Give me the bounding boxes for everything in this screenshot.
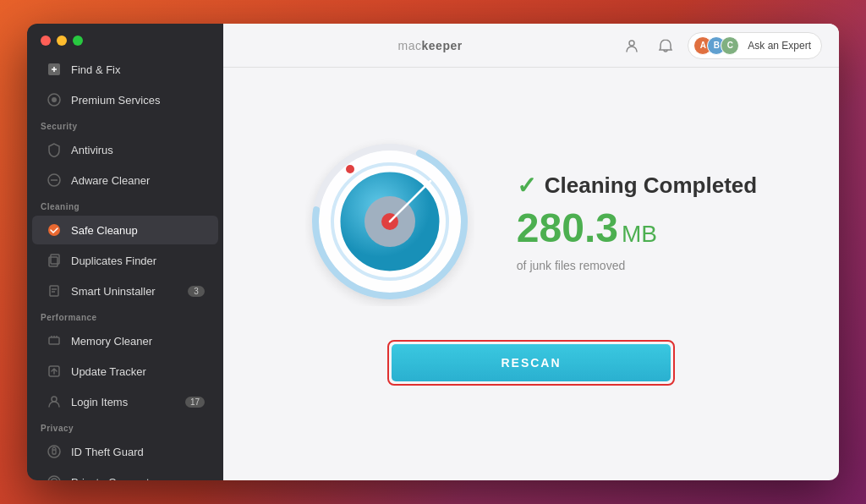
sidebar-item-login-items[interactable]: Login Items 17 xyxy=(32,387,218,416)
id-theft-guard-icon xyxy=(46,443,63,460)
sidebar-item-smart-uninstaller-label: Smart Uninstaller xyxy=(71,285,179,298)
svg-point-22 xyxy=(629,41,634,46)
gauge-container xyxy=(305,137,474,306)
sidebar-item-find-fix-label: Find & Fix xyxy=(71,63,205,76)
antivirus-icon xyxy=(46,141,63,158)
sidebar-item-safe-cleanup-label: Safe Cleanup xyxy=(71,224,205,237)
rescan-button-wrapper: RESCAN xyxy=(387,340,675,386)
sidebar-item-safe-cleanup[interactable]: Safe Cleanup xyxy=(32,216,218,244)
duplicates-icon xyxy=(46,252,63,269)
minimize-button[interactable] xyxy=(57,36,67,46)
size-amount: 280.3 xyxy=(517,208,618,249)
result-area: ✓ Cleaning Completed 280.3 MB of junk fi… xyxy=(305,137,757,306)
topbar: mackeeper A xyxy=(223,24,839,68)
cleaning-section-label: Cleaning xyxy=(27,195,223,215)
topbar-actions: A B C Ask an Expert xyxy=(620,32,822,59)
privacy-section-label: Privacy xyxy=(27,417,223,436)
sidebar-item-update-tracker-label: Update Tracker xyxy=(71,365,205,378)
sidebar-item-login-items-label: Login Items xyxy=(71,396,177,408)
sidebar-item-smart-uninstaller[interactable]: Smart Uninstaller 3 xyxy=(32,277,218,305)
cleaning-completed-row: ✓ Cleaning Completed xyxy=(517,172,757,200)
logo-mac: mac xyxy=(398,39,422,52)
sidebar-item-private-connect-label: Private Connect xyxy=(71,476,205,481)
sidebar-item-update-tracker[interactable]: Update Tracker xyxy=(32,357,218,386)
adware-icon xyxy=(46,172,63,189)
smart-uninstaller-badge: 3 xyxy=(188,286,205,297)
sidebar-item-duplicates-label: Duplicates Finder xyxy=(71,255,205,267)
sidebar-item-antivirus-label: Antivirus xyxy=(71,144,205,156)
check-icon: ✓ xyxy=(517,172,536,200)
sidebar-item-find-fix[interactable]: Find & Fix xyxy=(32,55,218,84)
result-text: ✓ Cleaning Completed 280.3 MB of junk fi… xyxy=(517,172,757,272)
svg-rect-10 xyxy=(49,337,59,344)
gauge-svg xyxy=(305,137,474,306)
sidebar-item-adware-label: Adware Cleaner xyxy=(71,174,205,187)
rescan-container: RESCAN xyxy=(223,323,839,411)
app-window: Find & Fix Premium Services Security Ant… xyxy=(27,24,839,480)
size-row: 280.3 MB xyxy=(517,208,757,249)
memory-cleaner-icon xyxy=(46,332,63,349)
performance-section-label: Performance xyxy=(27,306,223,326)
login-items-icon xyxy=(46,393,63,410)
size-unit: MB xyxy=(622,221,657,248)
premium-services-icon xyxy=(46,91,63,108)
notification-icon[interactable] xyxy=(654,34,677,58)
private-connect-icon xyxy=(46,474,63,480)
traffic-lights xyxy=(27,24,223,54)
junk-label: of junk files removed xyxy=(517,259,757,272)
sidebar-item-antivirus[interactable]: Antivirus xyxy=(32,135,218,164)
ask-expert-button[interactable]: A B C Ask an Expert xyxy=(688,32,822,59)
sidebar-item-memory-cleaner[interactable]: Memory Cleaner xyxy=(32,326,218,355)
cleaning-completed-label: Cleaning Completed xyxy=(545,173,757,199)
smart-uninstaller-icon xyxy=(46,282,63,299)
sidebar-item-id-theft-guard-label: ID Theft Guard xyxy=(71,446,205,458)
sidebar-item-premium-services[interactable]: Premium Services xyxy=(32,85,218,114)
ask-expert-label: Ask an Expert xyxy=(748,40,811,52)
sidebar-item-premium-label: Premium Services xyxy=(71,94,205,107)
svg-point-26 xyxy=(346,165,354,173)
sidebar-item-adware-cleaner[interactable]: Adware Cleaner xyxy=(32,166,218,194)
svg-point-2 xyxy=(52,97,57,102)
svg-point-15 xyxy=(52,397,57,402)
avatar-3: C xyxy=(721,36,739,55)
sidebar-item-memory-cleaner-label: Memory Cleaner xyxy=(71,335,205,348)
sidebar: Find & Fix Premium Services Security Ant… xyxy=(27,24,223,480)
svg-rect-7 xyxy=(50,286,58,296)
security-section-label: Security xyxy=(27,115,223,134)
sidebar-item-private-connect[interactable]: Private Connect xyxy=(32,468,218,480)
sidebar-item-id-theft-guard[interactable]: ID Theft Guard xyxy=(32,437,218,466)
login-items-badge: 17 xyxy=(185,397,205,408)
rescan-button[interactable]: RESCAN xyxy=(392,344,671,381)
svg-rect-17 xyxy=(52,450,56,454)
close-button[interactable] xyxy=(41,36,51,46)
content-area: ✓ Cleaning Completed 280.3 MB of junk fi… xyxy=(223,68,839,480)
sidebar-item-duplicates-finder[interactable]: Duplicates Finder xyxy=(32,246,218,275)
expert-avatars: A B C xyxy=(693,36,734,55)
logo-keeper: keeper xyxy=(422,39,463,52)
maximize-button[interactable] xyxy=(73,36,83,46)
find-fix-icon xyxy=(46,61,63,78)
app-logo: mackeeper xyxy=(398,39,463,52)
safe-cleanup-icon xyxy=(46,222,63,238)
update-tracker-icon xyxy=(46,363,63,380)
user-icon[interactable] xyxy=(620,34,644,58)
main-content: mackeeper A xyxy=(223,24,839,480)
